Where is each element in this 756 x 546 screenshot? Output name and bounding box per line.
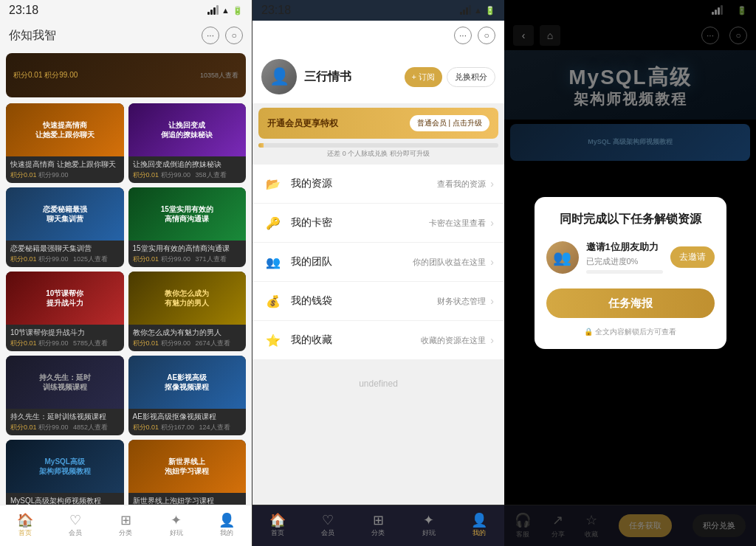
feed-meta: 积分0.01 积分99.00 5785人查看 <box>10 339 120 348</box>
status-bar-1: 23:18 ▲ 🔋 <box>0 0 252 21</box>
feed-title: 持久先生：延时训练视频课程 <box>10 412 120 421</box>
feed-title: 恋爱秘籍最强聊天集训营 <box>10 243 120 253</box>
status-icons-2: ▲ 🔋 <box>460 6 495 15</box>
nav-home-1[interactable]: 🏠 首页 <box>10 514 40 538</box>
feed-item[interactable]: 教你怎么成为有魅力的男人 教你怎么成为有魅力的男人 积分0.01 积分99.00… <box>128 272 247 351</box>
modal-overlay: 同时完成以下任务解锁资源 👥 邀请1位朋友助力 已完成进度0% 去邀请 任务海报… <box>504 0 756 546</box>
feed-thumb: 10节课帮你提升战斗力 <box>6 272 124 325</box>
feed-meta: 积分0.01 积分99.00 371人查看 <box>133 255 242 264</box>
more-btn-1[interactable]: ··· <box>202 27 219 44</box>
feed-info: MySQL高级架构师视频教程 积分0.01 积分99.00 <box>6 493 124 505</box>
top-promo-banner[interactable]: 积分0.01 积分99.00 10358人查看 <box>6 53 246 97</box>
header-title-2: 个人中心 <box>261 28 309 44</box>
feed-thumb: 新世界线上泡妞学习课程 <box>128 440 247 493</box>
feed-item[interactable]: AE影视高级抠像视频课程 AE影视高级抠像视频课程 积分0.01 积分167.0… <box>128 356 247 435</box>
battery-icon: 🔋 <box>233 6 243 15</box>
nav-home-2[interactable]: 🏠 首页 <box>263 514 292 538</box>
feed-thumb: 持久先生：延时训练视频课程 <box>6 356 124 409</box>
nav-fun-1[interactable]: ✦ 好玩 <box>162 514 191 538</box>
panel-feed: 23:18 ▲ 🔋 你知我智 ··· ○ 积分0.01 积分99.00 1035… <box>0 0 252 546</box>
menu-my-password[interactable]: 🔑 我的卡密 卡密在这里查看 › <box>252 204 504 243</box>
feed-thumb: 恋爱秘籍最强聊天集训营 <box>6 187 124 241</box>
menu-desc: 财务状态管理 <box>437 296 486 307</box>
subscribe-button[interactable]: + 订阅 <box>405 67 442 87</box>
feed-item[interactable]: 新世界线上泡妞学习课程 新世界线上泡妞学习课程 积分0.01 积分99.00 <box>128 440 247 505</box>
menu-my-wallet[interactable]: 💰 我的钱袋 财务状态管理 › <box>252 282 504 321</box>
menu-list: 📂 我的资源 查看我的资源 › 🔑 我的卡密 卡密在这里查看 › 👥 我的团队 … <box>252 165 504 359</box>
feed-info: 新世界线上泡妞学习课程 积分0.01 积分99.00 <box>128 493 247 505</box>
feed-info: AE影视高级抠像视频课程 积分0.01 积分167.00 124人查看 <box>128 409 247 435</box>
task-modal: 同时完成以下任务解锁资源 👥 邀请1位朋友助力 已完成进度0% 去邀请 任务海报… <box>535 197 726 349</box>
nav-member-1[interactable]: ♡ 会员 <box>61 514 90 538</box>
promo-text: 积分0.01 积分99.00 <box>13 70 78 80</box>
feed-item[interactable]: 让挽回变成倒追的撩妹秘诀 让挽回变成倒追的撩妹秘诀 积分0.01 积分99.00… <box>128 103 247 183</box>
task-poster-button[interactable]: 任务海报 <box>546 288 715 318</box>
feed-title: 10节课帮你提升战斗力 <box>10 328 120 337</box>
feed-scroll: 积分0.01 积分99.00 10358人查看 快速提高情商让她爱上跟你聊天 快… <box>0 50 252 505</box>
task-progress-text: 已完成进度0% <box>586 256 663 267</box>
task-name: 邀请1位朋友助力 <box>586 241 663 254</box>
feed-title: 让挽回变成倒追的撩妹秘诀 <box>133 159 242 169</box>
feed-item[interactable]: 快速提高情商让她爱上跟你聊天 快速提高情商 让她爱上跟你聊天 积分0.01 积分… <box>6 103 124 183</box>
feed-info: 教你怎么成为有魅力的男人 积分0.01 积分99.00 2674人查看 <box>128 325 247 351</box>
undefined-text: undefined <box>252 364 504 404</box>
menu-my-resources[interactable]: 📂 我的资源 查看我的资源 › <box>252 165 504 204</box>
feed-thumb: AE影视高级抠像视频课程 <box>128 356 247 409</box>
wifi-icon: ▲ <box>221 6 230 15</box>
app-header-1: 你知我智 ··· ○ <box>0 21 252 50</box>
menu-name: 我的卡密 <box>291 216 429 229</box>
arrow-icon: › <box>490 217 494 229</box>
avatar: 👤 <box>261 59 297 94</box>
menu-name: 我的钱袋 <box>291 294 437 308</box>
vip-progress-bar <box>258 143 498 148</box>
task-progress-bar <box>586 270 663 274</box>
profile-scroll: 👤 三行情书 + 订阅 兑换积分 开通会员更享特权 普通会员 | 点击升级 还差… <box>252 50 504 505</box>
feed-item[interactable]: 15堂实用有效的高情商沟通课 15堂实用有效的高情商沟通课 积分0.01 积分9… <box>128 187 247 267</box>
nav-profile-2[interactable]: 👤 我的 <box>464 514 494 538</box>
nav-category-1[interactable]: ⊞ 分类 <box>111 514 140 538</box>
menu-name: 我的资源 <box>291 177 437 190</box>
feed-title: 教你怎么成为有魅力的男人 <box>133 328 242 337</box>
time-2: 23:18 <box>261 4 291 17</box>
vip-progress-fill <box>258 143 264 148</box>
collection-icon: ⭐ <box>263 330 284 350</box>
menu-desc: 收藏的资源在这里 <box>421 335 486 346</box>
feed-item[interactable]: 持久先生：延时训练视频课程 持久先生：延时训练视频课程 积分0.01 积分99.… <box>6 356 124 435</box>
nav-fun-2[interactable]: ✦ 好玩 <box>414 514 444 538</box>
feed-meta: 积分0.01 积分99.00 2674人查看 <box>133 339 242 348</box>
vip-banner[interactable]: 开通会员更享特权 普通会员 | 点击升级 <box>258 108 498 139</box>
member-icon-2: ♡ <box>322 514 334 527</box>
home-icon: 🏠 <box>17 514 33 527</box>
panel-mysql: 23:19 ▲ 🔋 ‹ ⌂ ··· ○ MySQL高级 架构师视频教程 MySQ… <box>504 0 756 546</box>
profile-header: 👤 三行情书 + 订阅 兑换积分 <box>252 50 504 103</box>
feed-item[interactable]: MySQL高级架构师视频教程 MySQL高级架构师视频教程 积分0.01 积分9… <box>6 440 124 505</box>
team-icon: 👥 <box>263 252 284 272</box>
menu-my-team[interactable]: 👥 我的团队 你的团队收益在这里 › <box>252 243 504 282</box>
nav-category-2[interactable]: ⊞ 分类 <box>363 514 393 538</box>
home-icon-2: 🏠 <box>269 514 286 527</box>
nav-member-2[interactable]: ♡ 会员 <box>313 514 343 538</box>
exchange-points-button[interactable]: 兑换积分 <box>447 67 495 87</box>
vip-upgrade-button[interactable]: 普通会员 | 点击升级 <box>410 115 489 131</box>
circle-btn-1[interactable]: ○ <box>225 27 243 44</box>
member-icon: ♡ <box>69 514 81 527</box>
menu-desc: 卡密在这里查看 <box>429 218 486 229</box>
feed-item[interactable]: 恋爱秘籍最强聊天集训营 恋爱秘籍最强聊天集训营 积分0.01 积分99.00 1… <box>6 187 124 267</box>
more-btn-2[interactable]: ··· <box>454 27 472 44</box>
menu-my-collection[interactable]: ⭐ 我的收藏 收藏的资源在这里 › <box>252 321 504 359</box>
circle-btn-2[interactable]: ○ <box>478 27 495 44</box>
arrow-icon: › <box>490 334 494 346</box>
vip-text: 开通会员更享特权 <box>267 117 338 130</box>
header-title-1: 你知我智 <box>9 28 56 44</box>
feed-meta: 积分0.01 积分167.00 124人查看 <box>133 423 242 432</box>
task-info: 邀请1位朋友助力 已完成进度0% <box>586 241 663 274</box>
feed-item[interactable]: 10节课帮你提升战斗力 10节课帮你提升战斗力 积分0.01 积分99.00 5… <box>6 272 124 351</box>
feed-info: 让挽回变成倒追的撩妹秘诀 积分0.01 积分99.00 358人查看 <box>128 156 247 183</box>
feed-thumb: 教你怎么成为有魅力的男人 <box>128 272 247 325</box>
nav-profile-1[interactable]: 👤 我的 <box>212 514 241 538</box>
feed-thumb: 15堂实用有效的高情商沟通课 <box>128 187 247 241</box>
header-actions-1: ··· ○ <box>202 27 243 44</box>
signal-icon <box>207 6 219 15</box>
profile-icon-2: 👤 <box>471 514 487 527</box>
invite-button[interactable]: 去邀请 <box>670 246 715 268</box>
